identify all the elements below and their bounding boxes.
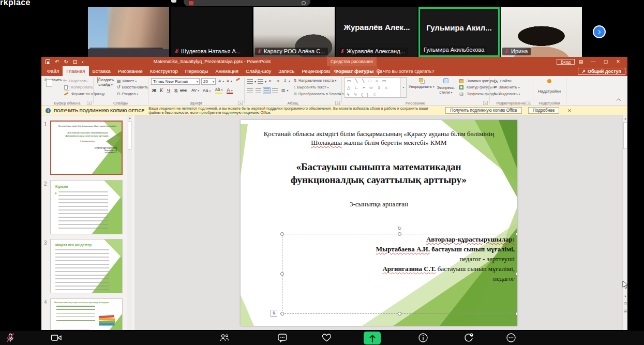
slide-thumbnail-2[interactable]: Кіріспе ◆ xyxy=(50,180,123,234)
scrollbar-thumb[interactable] xyxy=(128,122,131,149)
columns-button[interactable]: ▥▾ xyxy=(281,88,289,93)
decrease-indent-button[interactable]: ⇤ xyxy=(269,79,273,83)
resize-handle[interactable] xyxy=(515,312,517,316)
line-spacing-button[interactable]: ⇕▾ xyxy=(283,79,290,83)
text-direction-button[interactable]: ⇅Направление текста xyxy=(294,78,336,83)
titlebar[interactable]: ↶ ↻ ⊡ ▾ Matematika_Sauattylyq_Prezentats… xyxy=(41,57,627,66)
section-button[interactable]: ⊟Раздел xyxy=(117,92,138,96)
tab-insert[interactable]: Вставка xyxy=(89,66,114,76)
align-center-button[interactable] xyxy=(256,88,261,93)
tab-shape-format[interactable]: Формат фигуры xyxy=(330,66,378,76)
record-icon[interactable] xyxy=(463,333,474,343)
tell-me-box[interactable]: Что вы хотите сделать? xyxy=(377,66,435,76)
resize-handle[interactable] xyxy=(280,312,284,316)
maximize-icon[interactable]: ▢ xyxy=(600,57,611,66)
tab-home[interactable]: Главная xyxy=(63,66,88,76)
italic-button[interactable]: К xyxy=(158,87,164,94)
next-participants-button[interactable] xyxy=(593,25,606,38)
more-options-icon[interactable] xyxy=(506,333,516,343)
quick-styles-button[interactable]: Экспресс- стили xyxy=(435,78,457,95)
sign-in-button[interactable]: Вход xyxy=(557,59,575,65)
slide-editor[interactable]: Қостанай облысы әкімдігі білім басқармас… xyxy=(241,120,517,326)
paste-button[interactable]: Вставить xyxy=(44,78,63,83)
increase-indent-button[interactable]: ⇥ xyxy=(276,79,279,83)
resize-handle[interactable] xyxy=(280,272,284,276)
tab-animations[interactable]: Анимация xyxy=(212,66,242,76)
shrink-font-button[interactable]: А▾ xyxy=(227,79,232,83)
tab-draw[interactable]: Рисование xyxy=(114,66,146,76)
scroll-up-icon[interactable]: ▲ xyxy=(127,115,132,121)
participant-tile[interactable]: Карасу РОО Алёна С... xyxy=(253,7,335,57)
copy-button[interactable]: Копировать xyxy=(64,85,93,89)
slide-thumbnail-1[interactable]: Қостанай облысы әкімдігі білім басқармас… xyxy=(50,121,123,175)
addins-button[interactable]: Надстройки xyxy=(536,79,563,94)
tab-file[interactable]: Файл xyxy=(43,66,63,76)
learn-more-button[interactable]: Подробнее xyxy=(528,107,559,114)
participant-tile-active-speaker[interactable]: Гульмира Акил... Гульмира Акильбекова xyxy=(418,7,500,57)
shapes-gallery[interactable]: ▭ ╲ ╲ □ ○ ▭ △ ∟ ⌐ ⇨ ⇩ ⌂ ϟ ∿ ( ) ☆ ▾ xyxy=(345,77,407,98)
get-genuine-office-button[interactable]: Получить подлинную копию Office xyxy=(445,107,522,114)
thumbnail-scrollbar[interactable]: ▲ xyxy=(127,115,132,330)
slide-header-text[interactable]: Қостанай облысы әкімдігі білім басқармас… xyxy=(254,129,503,147)
arrange-button[interactable]: Упорядочить xyxy=(409,78,433,89)
align-text-button[interactable]: ↕Выровнять текст xyxy=(294,85,329,89)
main-scrollbar[interactable]: ▲ ▼ ⇈ ⇊ xyxy=(622,115,627,330)
replace-button[interactable]: ⇄Заменить xyxy=(493,85,520,89)
tab-transitions[interactable]: Переходы xyxy=(182,66,212,76)
share-document-button[interactable]: ↗ Общий доступ xyxy=(578,68,625,75)
ribbon-display-options-icon[interactable]: ▤ xyxy=(575,57,587,66)
share-screen-button[interactable] xyxy=(364,332,381,344)
info-icon[interactable] xyxy=(418,333,428,343)
reset-button[interactable]: ↺Восстановить xyxy=(117,85,148,89)
text-anchor-icon[interactable]: ⇅ xyxy=(271,310,277,317)
convert-smartart-button[interactable]: ⊞Преобразовать в SmartArt xyxy=(294,92,346,96)
grow-font-button[interactable]: А▴ xyxy=(218,79,224,83)
slide-subtitle-text[interactable]: 3-сыныпқа арналған xyxy=(254,200,503,208)
underline-button[interactable]: Ч xyxy=(166,87,172,94)
tab-slideshow[interactable]: Слайд-шоу xyxy=(242,66,275,76)
meeting-info-pill[interactable] xyxy=(184,0,310,6)
highlight-color-button[interactable]: ab xyxy=(215,87,222,94)
slide-thumbnail-4[interactable]: Математикалық сауаттылықты арттыру жолда… xyxy=(50,298,123,330)
text-shadow-button[interactable]: S xyxy=(173,87,179,94)
slide-thumbnail-3[interactable]: Мақсат пен міндеттер xyxy=(50,239,123,293)
resize-handle[interactable] xyxy=(398,312,401,316)
font-color-button[interactable]: А xyxy=(227,87,233,94)
bold-button[interactable]: Ж xyxy=(151,87,157,94)
save-icon[interactable] xyxy=(46,59,50,64)
find-button[interactable]: Найти xyxy=(493,79,512,83)
dialog-launcher-icon[interactable]: ↘ xyxy=(87,101,92,105)
slideshow-icon[interactable]: ⊡ xyxy=(73,59,77,65)
reactions-heart-icon[interactable] xyxy=(321,333,332,343)
camera-icon[interactable] xyxy=(51,333,62,343)
participant-tile[interactable]: Шудегова Наталья А... xyxy=(171,7,252,57)
scroll-down-icon[interactable]: ▼ xyxy=(623,294,627,299)
font-size-combobox[interactable]: 20 xyxy=(201,78,216,85)
align-right-button-active[interactable] xyxy=(263,87,271,94)
font-name-combobox[interactable]: Times New Roman xyxy=(151,78,200,85)
selected-text-box[interactable]: ↻ Авторлар-құрастырушылар: Мыртабаева А.… xyxy=(282,234,517,314)
collapse-ribbon-icon[interactable] xyxy=(617,98,621,102)
resize-handle[interactable] xyxy=(515,232,517,236)
dialog-launcher-icon[interactable]: ↘ xyxy=(527,101,531,105)
participant-tile[interactable]: Ирина xyxy=(501,7,582,57)
resize-handle[interactable] xyxy=(515,272,517,276)
close-warning-icon[interactable]: ✕ xyxy=(567,108,572,113)
align-left-button[interactable] xyxy=(247,88,253,93)
tab-design[interactable]: Конструктор xyxy=(146,66,182,76)
numbering-button[interactable]: ▾ xyxy=(258,79,266,84)
dialog-launcher-icon[interactable]: ↘ xyxy=(238,101,243,105)
participants-icon[interactable] xyxy=(219,333,230,343)
layout-button[interactable]: ▤Макет xyxy=(117,79,137,83)
resize-handle[interactable] xyxy=(398,232,401,236)
chat-icon[interactable] xyxy=(277,333,288,343)
scroll-up-icon[interactable]: ▲ xyxy=(623,116,627,122)
next-slide-icon[interactable]: ⇊ xyxy=(623,308,627,314)
redo-icon[interactable]: ↻ xyxy=(64,59,68,65)
justify-button[interactable] xyxy=(272,88,278,93)
previous-slide-icon[interactable]: ⇈ xyxy=(623,301,627,307)
cut-button[interactable]: ✂Вырезать xyxy=(64,79,87,83)
minimize-icon[interactable]: — xyxy=(588,57,599,66)
select-button[interactable]: ↖Выделить xyxy=(493,92,520,96)
bullets-button[interactable]: ▾ xyxy=(247,79,256,84)
